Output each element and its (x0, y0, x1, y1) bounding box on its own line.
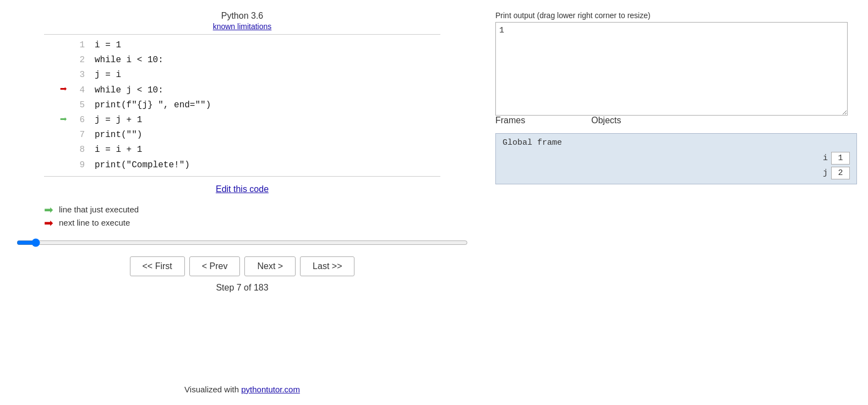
frames-objects-header: Frames Objects (495, 116, 857, 125)
python-version-title: Python 3.6 (221, 11, 264, 21)
code-text-3: j = i (95, 68, 121, 83)
green-arrow-icon: ➡ (60, 114, 67, 127)
green-legend-item: ➡ line that just executed (44, 204, 440, 215)
line-num-6: 6 (69, 113, 85, 128)
nav-buttons: << First < Prev Next > Last >> (130, 256, 355, 276)
code-line-2: 2while i < 10: (44, 53, 440, 68)
prev-button[interactable]: < Prev (189, 256, 241, 276)
line-num-7: 7 (69, 128, 85, 143)
var-name-j: j (823, 168, 831, 178)
visualized-with: Visualized with pythontutor.com (184, 379, 300, 394)
code-text-7: print("") (95, 128, 142, 143)
global-frame-box: Global frame i1j2 (495, 133, 857, 184)
code-text-2: while i < 10: (95, 53, 163, 68)
print-output-label: Print output (drag lower right corner to… (495, 11, 857, 20)
line-num-4: 4 (69, 83, 85, 98)
slider-container (11, 238, 473, 249)
line-num-9: 9 (69, 158, 85, 173)
red-arrow-icon: ➡ (44, 217, 53, 228)
arrow-6: ➡ (50, 114, 67, 127)
code-line-5: 5 print(f"{j} ", end="") (44, 98, 440, 113)
code-line-1: 1i = 1 (44, 38, 440, 53)
code-text-4: while j < 10: (95, 83, 163, 98)
code-text-8: i = i + 1 (95, 143, 142, 157)
code-line-9: 9print("Complete!") (44, 158, 440, 173)
print-output-box[interactable] (495, 22, 848, 116)
code-text-5: print(f"{j} ", end="") (95, 98, 211, 113)
frames-label: Frames (495, 116, 525, 125)
var-name-i: i (823, 154, 831, 163)
next-button[interactable]: Next > (244, 256, 296, 276)
step-slider[interactable] (17, 238, 468, 247)
edit-code-link[interactable]: Edit this code (216, 184, 269, 194)
pythontutor-link[interactable]: pythontutor.com (241, 385, 300, 394)
known-limitations-link[interactable]: known limitations (213, 22, 272, 31)
line-num-8: 8 (69, 143, 85, 157)
right-panel: Print output (drag lower right corner to… (484, 6, 868, 399)
line-num-1: 1 (69, 38, 85, 53)
code-line-4: ➡4 while j < 10: (44, 83, 440, 98)
code-area: 1i = 12while i < 10:3 j = i➡4 while j < … (44, 34, 440, 177)
code-text-1: i = 1 (95, 38, 121, 53)
code-line-3: 3 j = i (44, 68, 440, 83)
code-text-6: j = j + 1 (95, 113, 142, 128)
frame-var-row-i: i1 (503, 152, 850, 165)
objects-label: Objects (591, 116, 621, 125)
line-num-2: 2 (69, 53, 85, 68)
green-legend-label: line that just executed (59, 205, 139, 214)
legend: ➡ line that just executed ➡ next line to… (44, 204, 440, 231)
code-line-7: 7 print("") (44, 128, 440, 143)
code-text-9: print("Complete!") (95, 158, 190, 173)
print-output-wrapper (495, 22, 848, 116)
step-info: Step 7 of 183 (216, 283, 268, 293)
frame-vars: i1j2 (503, 152, 850, 179)
var-value-i: 1 (831, 152, 850, 165)
frame-var-row-j: j2 (503, 167, 850, 179)
first-button[interactable]: << First (130, 256, 185, 276)
code-line-6: ➡6 j = j + 1 (44, 113, 440, 128)
line-num-3: 3 (69, 68, 85, 83)
red-arrow-icon: ➡ (60, 84, 67, 96)
code-line-8: 8 i = i + 1 (44, 143, 440, 157)
line-num-5: 5 (69, 98, 85, 113)
green-arrow-icon: ➡ (44, 204, 53, 215)
red-legend-label: next line to execute (59, 218, 130, 227)
arrow-4: ➡ (50, 84, 67, 96)
red-legend-item: ➡ next line to execute (44, 217, 440, 228)
left-panel: Python 3.6 known limitations 1i = 12whil… (0, 6, 484, 399)
var-value-j: 2 (831, 167, 850, 179)
global-frame-title: Global frame (503, 138, 850, 147)
last-button[interactable]: Last >> (300, 256, 354, 276)
